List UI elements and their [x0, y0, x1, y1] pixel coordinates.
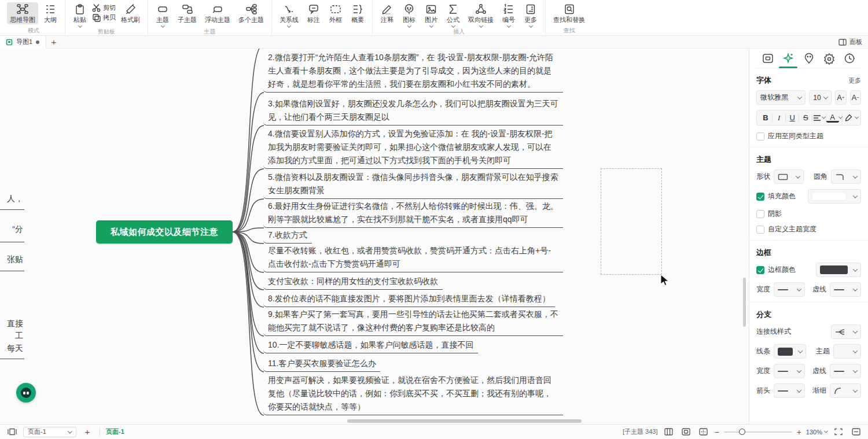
cut-button[interactable]: 剪切 — [92, 3, 116, 12]
mindmap-node[interactable]: 11.客户要买衣服要验证怎么办 — [263, 357, 380, 372]
border-color-select[interactable] — [816, 263, 861, 277]
mindmap-node[interactable]: 10.一定不要聊敏感话题，如果客户问敏感话题，直接不回 — [263, 338, 478, 353]
robot-icon — [21, 388, 31, 398]
mindmap-node[interactable]: 尽量不收转账，收红包，或者用赞赏码收款，赞赏码开通方式：点击右上角+号-点击收付… — [263, 244, 563, 272]
center-map-button[interactable] — [679, 428, 692, 436]
active-page-tab[interactable]: 页面-1 — [106, 427, 124, 436]
underline-button[interactable]: U — [786, 112, 799, 124]
tab-topic-style[interactable] — [778, 49, 798, 68]
topic-button[interactable]: 主题 — [153, 2, 172, 27]
vertical-scrollbar[interactable] — [743, 278, 746, 327]
page-select-dropdown[interactable]: 页面-1 — [23, 427, 76, 437]
formula-button[interactable]: 公式 — [443, 2, 463, 27]
zoom-slider-knob[interactable] — [739, 429, 745, 435]
mindmap-node[interactable]: 支付宝收款：同样的用女性的支付宝收款码收款 — [263, 275, 443, 290]
mindmap-node[interactable]: 6.最好用女生身份证进行实名微信，不然别人给你转账的时候出现：伟、强。龙。刚等字… — [263, 200, 563, 228]
zoom-out-button[interactable]: − — [714, 428, 719, 436]
border-dash-select[interactable] — [830, 282, 861, 297]
clipped-left-node: 张贴 — [0, 253, 23, 266]
mindmap-mode-button[interactable]: 思维导图 — [7, 2, 38, 24]
font-more-link[interactable]: 更多 — [848, 76, 861, 85]
apply-same-type-checkbox[interactable]: 应用至同类型主题 — [756, 131, 861, 141]
marker-button[interactable]: 图标 — [399, 2, 419, 27]
align-button[interactable] — [813, 112, 826, 124]
tab-sticker[interactable] — [819, 49, 839, 68]
italic-button[interactable]: I — [773, 112, 785, 124]
fit-screen-button[interactable] — [697, 428, 709, 436]
font-size-select[interactable]: 10 — [809, 90, 832, 105]
mindmap-node[interactable]: 8.发价位表的话不能直接发图片，要将图片添加到表情里面去发（详情看教程） — [263, 292, 555, 307]
branch-dash-select[interactable] — [830, 364, 861, 378]
split-view-button[interactable] — [849, 428, 862, 436]
callout-button[interactable]: 标注 — [304, 2, 323, 24]
shape-select[interactable] — [774, 169, 804, 184]
custom-width-checkbox[interactable]: 自定义主题宽度 — [756, 224, 861, 234]
sparkle-icon — [782, 52, 795, 65]
mindmap-node[interactable]: 5.微信资料以及朋友圈设置：微信头像同步抖音头像，朋友圈背景可以在知乎搜索女生朋… — [263, 171, 563, 199]
selection-placeholder-box[interactable] — [601, 168, 662, 275]
mindmap-node[interactable]: 9.如果客户买了第一套写真，要用一些引导性的话去让他买第二套或者买衣服，不能他买… — [263, 308, 563, 336]
note-button[interactable]: 注释 — [377, 2, 397, 27]
bold-button[interactable]: B — [759, 112, 772, 124]
mindmap-node[interactable]: 用变声器可解决，如果要视频验证，就说在宿舍不方便验证，然后我们用语音回复他（尽量… — [263, 374, 563, 415]
connector-style-select[interactable] — [831, 324, 861, 339]
branch-line-color-select[interactable] — [774, 344, 806, 359]
font-color-button[interactable]: A — [826, 113, 839, 123]
more-button[interactable]: 更多 — [521, 2, 540, 27]
branch-topic-select[interactable] — [833, 344, 861, 359]
tab-marker[interactable] — [799, 49, 819, 68]
multiple-topics-button[interactable]: 多个主题 — [236, 2, 267, 24]
central-topic-node[interactable]: 私域如何成交以及细节注意 — [96, 220, 233, 244]
summary-button[interactable]: 概要 — [348, 2, 367, 24]
zoom-slider[interactable] — [724, 431, 792, 433]
outline-mode-button[interactable]: 大纲 — [41, 2, 60, 24]
relationship-button[interactable]: 关系线 — [277, 2, 301, 27]
mindmap-node[interactable]: 4.微信要设置别人添加你的方式，设置为免验证添加：在 我的-设置-朋友权限-把加… — [263, 127, 563, 169]
shadow-checkbox[interactable]: 阴影 — [756, 209, 861, 219]
border-width-select[interactable] — [774, 282, 805, 297]
document-tab[interactable]: 导图1 — [0, 36, 46, 49]
branch-arrow-select[interactable] — [774, 383, 805, 398]
add-page-button[interactable]: + — [81, 427, 94, 437]
font-family-select[interactable]: 微软雅黑 — [756, 90, 806, 105]
fill-color-checkbox[interactable] — [756, 193, 764, 201]
format-painter-button[interactable]: 格式刷 — [118, 2, 143, 24]
paste-button[interactable]: 粘贴 — [70, 2, 90, 27]
branch-width-select[interactable] — [774, 364, 805, 378]
mindmap-node[interactable]: 2.微信要打开“允许陌生人查看10条朋友圈”，在 我-设置-朋友权限-朋友圈-允… — [263, 51, 563, 93]
branch-taper-select[interactable] — [830, 383, 861, 398]
floating-topic-button[interactable]: 浮动主题 — [202, 2, 233, 24]
layout-columns-button[interactable] — [662, 428, 675, 436]
panel-toggle[interactable]: 面板 — [838, 38, 868, 46]
bidirectional-link-button[interactable]: 双向链接 — [465, 2, 496, 27]
mindmap-canvas[interactable]: 私域如何成交以及细节注意 2.微信要打开“允许陌生人查看10条朋友圈”，在 我-… — [0, 49, 749, 424]
tab-history[interactable] — [840, 49, 860, 68]
corner-select[interactable] — [831, 169, 861, 184]
zoom-in-button[interactable]: + — [797, 428, 801, 436]
fill-color-select[interactable] — [808, 189, 861, 204]
image-button[interactable]: 图片 — [421, 2, 441, 27]
fill-color-swatch — [812, 192, 847, 201]
find-replace-button[interactable]: 查找和替换 — [550, 2, 588, 24]
pages-overview-button[interactable] — [6, 428, 19, 436]
horizontal-scrollbar[interactable] — [347, 419, 582, 423]
font-increase-button[interactable]: A+ — [835, 90, 846, 105]
fullscreen-button[interactable] — [832, 428, 845, 436]
boundary-button[interactable]: 外框 — [326, 2, 345, 24]
formula-icon — [447, 3, 459, 15]
subtopic-button[interactable]: 子主题 — [175, 2, 200, 24]
mindmap-node[interactable]: 7.收款方式 — [263, 228, 312, 244]
more-icon — [525, 3, 536, 15]
copy-button[interactable]: 拷贝 — [92, 13, 116, 22]
tab-canvas-style[interactable] — [757, 49, 778, 68]
highlight-button[interactable] — [843, 112, 855, 124]
font-decrease-button[interactable]: A− — [850, 90, 861, 105]
numbering-button[interactable]: 编号 — [499, 2, 518, 27]
toolbar-group-annotate: 关系线 标注 外框 概要 — [272, 0, 373, 35]
border-color-checkbox[interactable] — [756, 266, 764, 274]
assistant-button[interactable] — [16, 383, 36, 403]
strikethrough-button[interactable]: S — [799, 112, 812, 124]
zoom-level-dropdown[interactable]: 130% — [806, 429, 827, 436]
new-tab-button[interactable]: + — [46, 37, 61, 47]
mindmap-node[interactable]: 3.如果微信刚设置好，朋友圈还没发几条怎么办，我们可以把朋友圈设置为三天可见，让… — [263, 97, 563, 126]
